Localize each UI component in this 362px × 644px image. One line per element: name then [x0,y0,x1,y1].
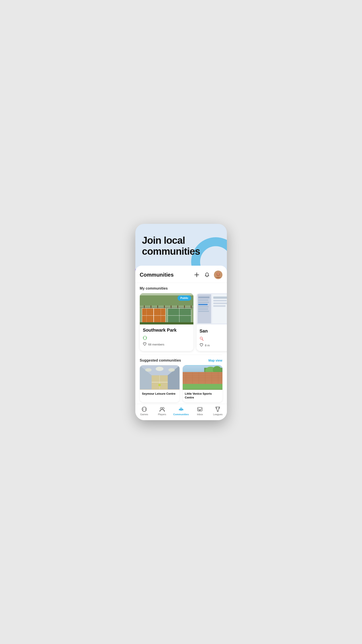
my-communities-scroll: Public Southwark Park [135,293,227,355]
suggested-card-seymour[interactable]: Seymour Leisure Centre [140,365,180,402]
members-meta-san: 8 m [200,343,227,348]
suggested-grid: Seymour Leisure Centre [135,365,227,402]
svg-rect-43 [213,300,227,302]
map-view-button[interactable]: Map view [208,359,222,362]
notification-button[interactable] [204,272,210,278]
members-meta-southwark: 68 members [143,342,190,346]
svg-rect-34 [198,296,209,298]
svg-point-4 [217,272,219,276]
players-label: Players [158,413,166,416]
community-card-san[interactable]: San [196,293,227,351]
avatar[interactable] [214,270,222,279]
user-avatar-img [214,270,222,279]
games-icon [141,406,147,412]
community-meta-southwark [143,336,190,340]
little-venice-name: Little Venice Sports Centre [183,390,222,402]
inbox-icon [197,406,203,412]
nav-item-games[interactable]: Games [138,406,151,416]
leagues-label: Leagues [213,413,222,416]
hero-title: Join local communities [142,235,220,257]
little-venice-image [183,365,222,390]
tennis-sport-icon [143,336,147,340]
my-communities-label: My communities [135,283,227,293]
suggested-label: Suggested communities [140,358,208,362]
svg-rect-40 [198,310,209,312]
svg-point-55 [145,368,152,372]
svg-rect-42 [213,296,227,299]
add-button[interactable] [193,272,200,278]
svg-rect-37 [198,304,208,305]
card-header: Communities [135,266,227,283]
seymour-image [140,365,180,390]
heart-icon-san [200,343,203,348]
games-label: Games [140,413,148,416]
svg-point-84 [181,408,181,409]
svg-point-77 [160,408,162,409]
inbox-label: Inbox [197,413,203,416]
svg-rect-36 [198,302,209,303]
nav-item-players[interactable]: Players [156,406,169,416]
member-count-southwark: 68 members [148,343,164,346]
svg-rect-45 [213,305,225,307]
svg-rect-35 [198,300,208,301]
nav-item-inbox[interactable]: Inbox [193,406,206,416]
svg-rect-39 [198,308,208,310]
public-badge: Public [178,296,191,301]
screen-title: Communities [140,272,193,278]
bottom-navigation: Games Players [135,404,227,420]
svg-point-30 [143,336,147,340]
svg-line-47 [202,339,203,340]
svg-rect-38 [198,306,208,308]
community-meta-san [200,337,227,342]
svg-rect-29 [140,322,193,324]
communities-label: Communities [173,413,189,416]
san-image [196,293,227,324]
heart-icon-southwark [143,342,147,346]
leagues-icon [215,406,221,412]
suggested-card-little-venice[interactable]: Little Venice Sports Centre [183,365,222,402]
header-actions [193,270,222,279]
seymour-name: Seymour Leisure Centre [140,390,180,398]
svg-rect-44 [213,302,227,304]
hero-header: Join local communities [135,224,227,261]
community-card-southwark[interactable]: Public Southwark Park [140,293,193,351]
bell-icon [204,272,209,277]
svg-point-57 [168,368,175,372]
svg-point-78 [162,408,164,409]
svg-point-58 [158,384,161,386]
suggested-header: Suggested communities Map view [135,355,227,365]
phone-frame: Join local communities Communities [135,224,227,420]
community-name-southwark: Southwark Park [143,328,190,333]
community-name-san: San [200,328,227,334]
communities-icon [178,406,184,412]
players-icon [159,406,165,412]
member-count-san: 8 m [205,344,210,347]
plus-icon [194,272,199,277]
svg-point-56 [156,367,164,371]
nav-item-communities[interactable]: Communities [173,406,189,416]
svg-point-76 [142,407,147,412]
svg-rect-69 [183,384,222,389]
main-content-card: Communities [135,266,227,420]
nav-item-leagues[interactable]: Leagues [211,406,224,416]
paddle-sport-icon [200,337,204,342]
